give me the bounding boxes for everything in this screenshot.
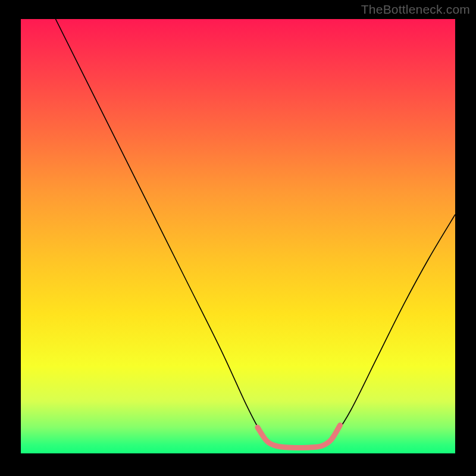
watermark-text: TheBottleneck.com bbox=[361, 2, 470, 17]
chart-frame: TheBottleneck.com bbox=[0, 0, 476, 476]
plot-area bbox=[21, 19, 455, 453]
curve-main bbox=[55, 19, 455, 448]
curve-layer bbox=[21, 19, 455, 453]
marker-segment bbox=[258, 425, 340, 448]
